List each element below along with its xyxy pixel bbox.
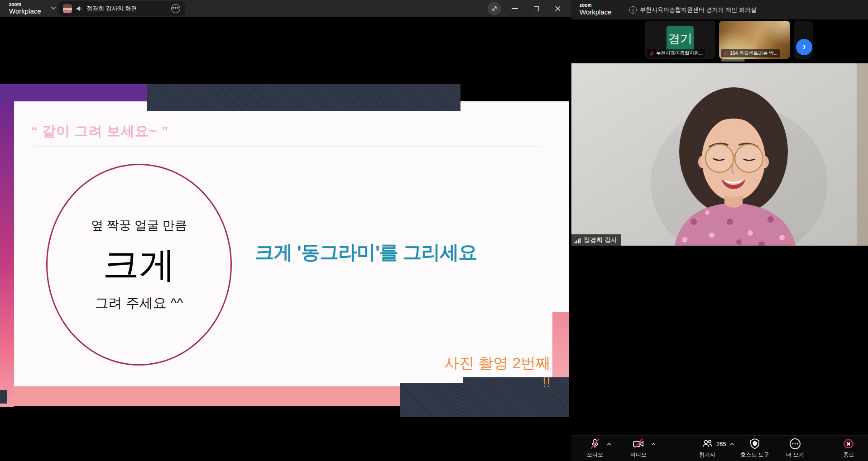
- more-button[interactable]: 더 보기: [782, 437, 809, 459]
- video-button[interactable]: 비디오: [625, 437, 652, 459]
- close-icon: [555, 5, 561, 12]
- right-titlebar: zoom Workplace i 부천시육아종합지원센터 경기의 개인 회의실: [571, 0, 868, 19]
- zoom-workplace-logo: zoom Workplace: [580, 3, 612, 15]
- circle-text-big: 크게: [103, 241, 175, 290]
- participant-name-pill: 부천시육아종합지원...: [647, 49, 705, 57]
- slide-title: “ 같이 그려 보세요~ ”: [31, 122, 169, 141]
- presenter-avatar: [63, 4, 72, 13]
- mic-muted-icon: [649, 51, 654, 56]
- video-muted-icon: [632, 438, 645, 450]
- circle-text-top: 옆 짝꿍 얼굴 만큼: [91, 217, 187, 233]
- audio-button[interactable]: 오디오: [581, 437, 609, 459]
- participants-menu-caret[interactable]: [729, 442, 735, 447]
- speaker-illustration: [571, 63, 868, 246]
- end-label: 종료: [843, 451, 854, 459]
- meeting-title: 부천시육아종합지원센터 경기의 개인 회의실: [640, 6, 757, 14]
- next-participants-button[interactable]: ›: [796, 39, 812, 55]
- meeting-panel-window: zoom Workplace i 부천시육아종합지원센터 경기의 개인 회의실 …: [571, 0, 868, 461]
- info-icon[interactable]: i: [629, 6, 637, 14]
- host-tools-button[interactable]: 호스트 도구: [735, 437, 774, 459]
- share-tab-label: 정경희 강사의 화면: [86, 5, 137, 13]
- speaker-name: 정경희 강사: [584, 236, 617, 244]
- more-ellipsis-icon: [789, 438, 801, 450]
- slide-bottom-salmon-band: [14, 386, 400, 406]
- shared-screen-window: zoom Workplace 정경희 강사의 화면 •••: [0, 0, 571, 461]
- participants-label: 참가자: [699, 451, 715, 459]
- expand-icon: [491, 5, 498, 12]
- thumbnail-scrollbar[interactable]: [721, 59, 745, 62]
- minimize-button[interactable]: [507, 0, 523, 17]
- chevron-down-icon[interactable]: [51, 6, 56, 10]
- participants-icon: [701, 438, 714, 450]
- presentation-slide: “ 같이 그려 보세요~ ” 옆 짝꿍 얼굴 만큼 크게 그려 주세요 ^^ 크…: [0, 84, 569, 417]
- circle-text-bottom: 그려 주세요 ^^: [95, 294, 183, 313]
- meeting-control-bar: 오디오 비디오 참가자 265: [571, 435, 868, 461]
- slide-right-pink-strip: [552, 312, 569, 378]
- tab-options-icon[interactable]: •••: [171, 4, 180, 13]
- end-meeting-button[interactable]: 종료: [836, 437, 861, 459]
- end-meeting-icon: [843, 438, 854, 450]
- more-label: 더 보기: [786, 451, 804, 459]
- speaker-nametag: 정경희 강사: [571, 234, 621, 246]
- meeting-info: i 부천시육아종합지원센터 경기의 개인 회의실: [629, 6, 757, 14]
- slide-top-deco-bar: [147, 84, 460, 111]
- speaker-video-tile[interactable]: 정경희 강사: [571, 63, 868, 246]
- participant-avatar: 경기: [667, 26, 694, 52]
- screen-share-tab[interactable]: 정경희 강사의 화면 •••: [58, 1, 185, 16]
- video-label: 비디오: [630, 451, 647, 459]
- video-menu-caret[interactable]: [650, 442, 657, 447]
- zoom-workplace-logo: zoom Workplace: [9, 2, 41, 14]
- participant-thumbnail[interactable]: 164 옥길센트리뷰 박...: [719, 21, 790, 59]
- slide-circle-figure: 옆 짝꿍 얼굴 만큼 크게 그려 주세요 ^^: [46, 164, 232, 366]
- participant-name-pill: 164 옥길센트리뷰 박...: [721, 49, 780, 57]
- slide-left-deco-block: [0, 390, 7, 404]
- connection-signal-icon: [575, 238, 581, 243]
- participant-thumbnail[interactable]: 경기 부천시육아종합지원...: [645, 21, 715, 59]
- expand-window-button[interactable]: [486, 0, 503, 17]
- participants-count: 265: [716, 441, 726, 447]
- slide-left-gradient-strip: [0, 84, 14, 407]
- left-titlebar: zoom Workplace 정경희 강사의 화면 •••: [0, 0, 571, 17]
- close-button[interactable]: [550, 0, 566, 17]
- shield-icon: [749, 438, 760, 450]
- slide-footnote-text: 사진 촬영 2번째 !!: [434, 353, 551, 391]
- slide-title-divider: [34, 146, 541, 147]
- speaker-icon: [76, 5, 83, 12]
- host-tools-label: 호스트 도구: [740, 451, 769, 459]
- audio-label: 오디오: [587, 451, 603, 459]
- mic-muted-icon: [589, 438, 601, 450]
- mic-muted-icon: [723, 51, 728, 56]
- audio-menu-caret[interactable]: [606, 442, 612, 447]
- slide-instruction-text: 크게 '동그라미'를 그리세요: [255, 240, 477, 265]
- maximize-button[interactable]: [528, 0, 544, 17]
